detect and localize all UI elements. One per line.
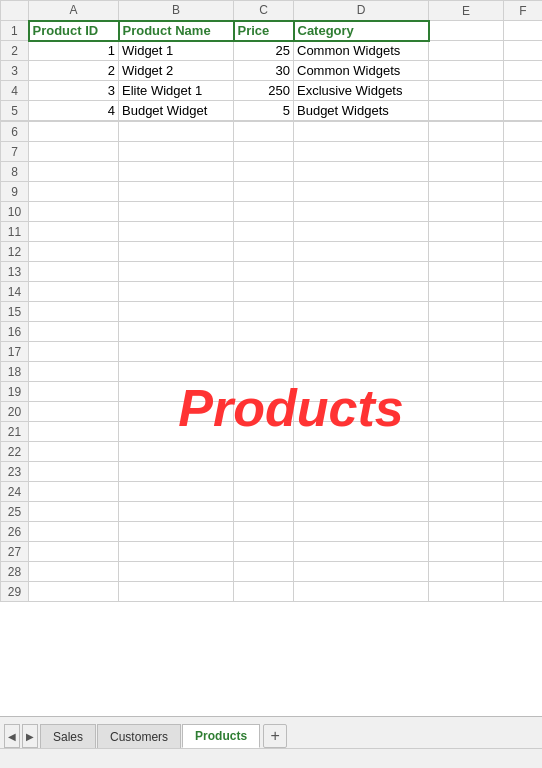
cell-c5[interactable]: 5	[234, 101, 294, 121]
cell-B29[interactable]	[119, 582, 234, 602]
cell-B15[interactable]	[119, 302, 234, 322]
cell-C13[interactable]	[234, 262, 294, 282]
cell-E19[interactable]	[429, 382, 504, 402]
cell-B9[interactable]	[119, 182, 234, 202]
cell-C21[interactable]	[234, 422, 294, 442]
cell-E23[interactable]	[429, 462, 504, 482]
cell-a1[interactable]: Product ID	[29, 21, 119, 41]
cell-a3[interactable]: 2	[29, 61, 119, 81]
cell-B16[interactable]	[119, 322, 234, 342]
cell-B20[interactable]	[119, 402, 234, 422]
cell-A29[interactable]	[29, 582, 119, 602]
cell-c3[interactable]: 30	[234, 61, 294, 81]
cell-E8[interactable]	[429, 162, 504, 182]
cell-B6[interactable]	[119, 122, 234, 142]
cell-F14[interactable]	[504, 282, 543, 302]
cell-B23[interactable]	[119, 462, 234, 482]
cell-B28[interactable]	[119, 562, 234, 582]
cell-C25[interactable]	[234, 502, 294, 522]
cell-A12[interactable]	[29, 242, 119, 262]
cell-D10[interactable]	[294, 202, 429, 222]
cell-E28[interactable]	[429, 562, 504, 582]
cell-d4[interactable]: Exclusive Widgets	[294, 81, 429, 101]
cell-C17[interactable]	[234, 342, 294, 362]
cell-A28[interactable]	[29, 562, 119, 582]
col-header-b[interactable]: B	[119, 1, 234, 21]
cell-D21[interactable]	[294, 422, 429, 442]
cell-D24[interactable]	[294, 482, 429, 502]
cell-E29[interactable]	[429, 582, 504, 602]
cell-C14[interactable]	[234, 282, 294, 302]
cell-c4[interactable]: 250	[234, 81, 294, 101]
cell-e5[interactable]	[429, 101, 504, 121]
cell-A11[interactable]	[29, 222, 119, 242]
cell-f2[interactable]	[504, 41, 543, 61]
cell-E6[interactable]	[429, 122, 504, 142]
cell-A20[interactable]	[29, 402, 119, 422]
cell-E13[interactable]	[429, 262, 504, 282]
cell-B18[interactable]	[119, 362, 234, 382]
cell-E12[interactable]	[429, 242, 504, 262]
cell-e1[interactable]	[429, 21, 504, 41]
cell-E18[interactable]	[429, 362, 504, 382]
col-header-d[interactable]: D	[294, 1, 429, 21]
cell-B7[interactable]	[119, 142, 234, 162]
cell-b4[interactable]: Elite Widget 1	[119, 81, 234, 101]
cell-A16[interactable]	[29, 322, 119, 342]
cell-e3[interactable]	[429, 61, 504, 81]
cell-B24[interactable]	[119, 482, 234, 502]
cell-F12[interactable]	[504, 242, 543, 262]
cell-B10[interactable]	[119, 202, 234, 222]
cell-B22[interactable]	[119, 442, 234, 462]
cell-C22[interactable]	[234, 442, 294, 462]
cell-d2[interactable]: Common Widgets	[294, 41, 429, 61]
cell-E16[interactable]	[429, 322, 504, 342]
cell-B11[interactable]	[119, 222, 234, 242]
cell-C23[interactable]	[234, 462, 294, 482]
cell-A22[interactable]	[29, 442, 119, 462]
cell-F15[interactable]	[504, 302, 543, 322]
cell-D13[interactable]	[294, 262, 429, 282]
cell-f4[interactable]	[504, 81, 543, 101]
cell-A19[interactable]	[29, 382, 119, 402]
cell-F21[interactable]	[504, 422, 543, 442]
cell-C9[interactable]	[234, 182, 294, 202]
cell-B26[interactable]	[119, 522, 234, 542]
cell-E7[interactable]	[429, 142, 504, 162]
cell-c2[interactable]: 25	[234, 41, 294, 61]
cell-F8[interactable]	[504, 162, 543, 182]
cell-E22[interactable]	[429, 442, 504, 462]
cell-E21[interactable]	[429, 422, 504, 442]
tab-sales[interactable]: Sales	[40, 724, 96, 748]
cell-B25[interactable]	[119, 502, 234, 522]
cell-A27[interactable]	[29, 542, 119, 562]
cell-b3[interactable]: Widget 2	[119, 61, 234, 81]
cell-B8[interactable]	[119, 162, 234, 182]
cell-F22[interactable]	[504, 442, 543, 462]
cell-B27[interactable]	[119, 542, 234, 562]
cell-D11[interactable]	[294, 222, 429, 242]
cell-C15[interactable]	[234, 302, 294, 322]
cell-F29[interactable]	[504, 582, 543, 602]
cell-D17[interactable]	[294, 342, 429, 362]
scroll-right-button[interactable]: ▶	[22, 724, 38, 748]
cell-C24[interactable]	[234, 482, 294, 502]
cell-D8[interactable]	[294, 162, 429, 182]
cell-D9[interactable]	[294, 182, 429, 202]
cell-D29[interactable]	[294, 582, 429, 602]
cell-D14[interactable]	[294, 282, 429, 302]
cell-A10[interactable]	[29, 202, 119, 222]
cell-C8[interactable]	[234, 162, 294, 182]
cell-D12[interactable]	[294, 242, 429, 262]
cell-D18[interactable]	[294, 362, 429, 382]
cell-A17[interactable]	[29, 342, 119, 362]
cell-F11[interactable]	[504, 222, 543, 242]
cell-E24[interactable]	[429, 482, 504, 502]
cell-E20[interactable]	[429, 402, 504, 422]
cell-D22[interactable]	[294, 442, 429, 462]
cell-E27[interactable]	[429, 542, 504, 562]
col-header-c[interactable]: C	[234, 1, 294, 21]
cell-C7[interactable]	[234, 142, 294, 162]
cell-a5[interactable]: 4	[29, 101, 119, 121]
cell-D6[interactable]	[294, 122, 429, 142]
